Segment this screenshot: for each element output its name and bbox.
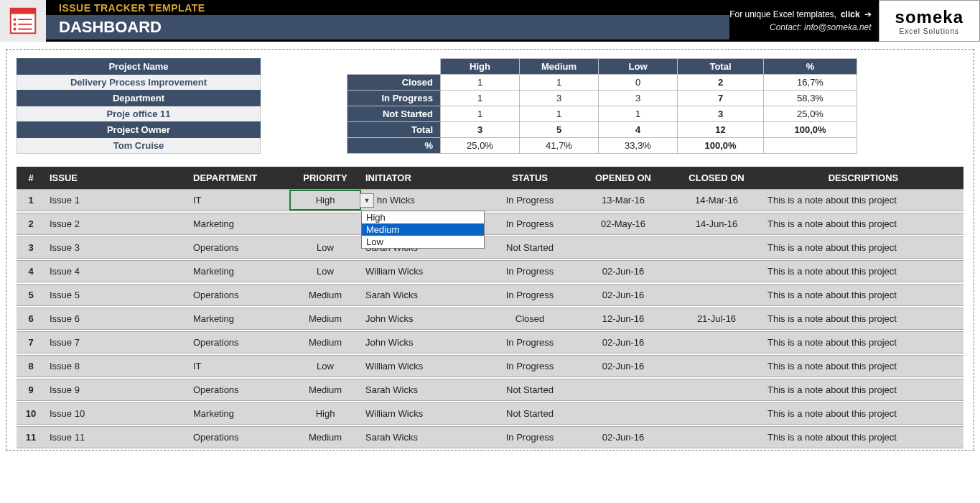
cell-dept[interactable]: Marketing: [189, 403, 289, 424]
cell-initiator[interactable]: Sarah Wicks: [361, 379, 483, 400]
cell-issue[interactable]: Issue 9: [45, 379, 189, 400]
cell-dept[interactable]: Operations: [189, 427, 289, 448]
cell-issue[interactable]: Issue 7: [45, 332, 189, 353]
cell-dept[interactable]: IT: [189, 190, 289, 211]
cell-closed[interactable]: [670, 427, 763, 448]
cell-initiator[interactable]: John Wicks: [361, 308, 483, 329]
cell-priority[interactable]: Low: [289, 237, 361, 258]
cell-desc[interactable]: This is a note about this project: [763, 190, 963, 211]
brand-logo[interactable]: someka Excel Solutions: [879, 0, 980, 42]
cell-initiator[interactable]: Sarah Wicks: [361, 427, 483, 448]
cell-status[interactable]: In Progress: [483, 356, 577, 377]
dropdown-option[interactable]: Low: [362, 236, 484, 248]
cell-dept[interactable]: Operations: [189, 285, 289, 305]
issue-row[interactable]: 4Issue 4MarketingLowWilliam WicksIn Prog…: [17, 260, 963, 282]
cell-status[interactable]: In Progress: [483, 213, 577, 234]
cell-closed[interactable]: 21-Jul-16: [670, 308, 763, 329]
cell-desc[interactable]: This is a note about this project: [763, 308, 963, 329]
cell-desc[interactable]: This is a note about this project: [763, 237, 963, 258]
cell-closed[interactable]: 14-Jun-16: [670, 213, 763, 234]
cell-opened[interactable]: 02-Jun-16: [577, 427, 670, 448]
issue-row[interactable]: 2Issue 2Marketingilliam WicksIn Progress…: [17, 213, 963, 235]
cell-priority[interactable]: Medium: [289, 427, 361, 448]
issue-row[interactable]: 10Issue 10MarketingHighWilliam WicksNot …: [17, 402, 963, 425]
cell-initiator[interactable]: William Wicks: [361, 261, 483, 282]
cell-priority[interactable]: Low: [289, 356, 361, 377]
cell-initiator[interactable]: hn Wicks: [361, 190, 483, 211]
cell-closed[interactable]: [670, 356, 763, 377]
cell-num[interactable]: 1: [17, 190, 45, 211]
cell-initiator[interactable]: William Wicks: [361, 403, 483, 424]
cell-issue[interactable]: Issue 4: [45, 261, 189, 282]
cell-priority[interactable]: Medium: [289, 285, 361, 305]
cell-issue[interactable]: Issue 8: [45, 356, 189, 377]
issue-row[interactable]: 11Issue 11OperationsMediumSarah WicksIn …: [17, 426, 963, 448]
issue-row[interactable]: 8Issue 8ITLowWilliam WicksIn Progress02-…: [17, 355, 963, 377]
cell-desc[interactable]: This is a note about this project: [763, 379, 963, 400]
cell-status[interactable]: In Progress: [483, 285, 577, 305]
cell-priority[interactable]: High▼HighMediumLow: [289, 190, 361, 211]
cell-closed[interactable]: [670, 403, 763, 424]
cell-dept[interactable]: IT: [189, 356, 289, 377]
cell-status[interactable]: In Progress: [483, 427, 577, 448]
cell-issue[interactable]: Issue 11: [45, 427, 189, 448]
cell-issue[interactable]: Issue 5: [45, 285, 189, 305]
cell-num[interactable]: 8: [17, 356, 45, 377]
cell-issue[interactable]: Issue 2: [45, 213, 189, 234]
cell-closed[interactable]: [670, 261, 763, 282]
dropdown-button[interactable]: ▼: [360, 193, 374, 208]
cell-opened[interactable]: [577, 403, 670, 424]
cell-status[interactable]: In Progress: [483, 332, 577, 353]
cell-desc[interactable]: This is a note about this project: [763, 213, 963, 234]
cell-closed[interactable]: [670, 285, 763, 305]
cell-opened[interactable]: 13-Mar-16: [577, 190, 670, 211]
cell-status[interactable]: Closed: [483, 308, 577, 329]
cell-opened[interactable]: 02-Jun-16: [577, 332, 670, 353]
cell-opened[interactable]: 02-Jun-16: [577, 261, 670, 282]
cell-opened[interactable]: [577, 379, 670, 400]
cell-num[interactable]: 11: [17, 427, 45, 448]
cell-desc[interactable]: This is a note about this project: [763, 427, 963, 448]
cell-num[interactable]: 10: [17, 403, 45, 424]
cell-opened[interactable]: 12-Jun-16: [577, 308, 670, 329]
issue-row[interactable]: 6Issue 6MarketingMediumJohn WicksClosed1…: [17, 308, 963, 330]
cell-initiator[interactable]: Sarah Wicks: [361, 285, 483, 305]
cell-status[interactable]: In Progress: [483, 261, 577, 282]
owner-value[interactable]: Tom Cruise: [17, 138, 261, 154]
cell-desc[interactable]: This is a note about this project: [763, 261, 963, 282]
cta-link[interactable]: For unique Excel templates, click ➔: [729, 9, 871, 19]
issue-row[interactable]: 5Issue 5OperationsMediumSarah WicksIn Pr…: [17, 284, 963, 306]
cell-issue[interactable]: Issue 3: [45, 237, 189, 258]
cell-status[interactable]: Not Started: [483, 379, 577, 400]
cell-dept[interactable]: Operations: [189, 379, 289, 400]
dropdown-option[interactable]: Medium: [362, 223, 484, 236]
cell-issue[interactable]: Issue 1: [45, 190, 189, 211]
cell-num[interactable]: 7: [17, 332, 45, 353]
cell-dept[interactable]: Operations: [189, 237, 289, 258]
project-name-value[interactable]: Delivery Process Improvement: [17, 75, 261, 90]
cell-issue[interactable]: Issue 6: [45, 308, 189, 329]
cell-priority[interactable]: Low: [289, 261, 361, 282]
cell-desc[interactable]: This is a note about this project: [763, 332, 963, 353]
department-value[interactable]: Proje office 11: [17, 106, 261, 121]
cell-priority[interactable]: [289, 213, 361, 234]
issue-row[interactable]: 7Issue 7OperationsMediumJohn WicksIn Pro…: [17, 331, 963, 354]
issue-row[interactable]: 9Issue 9OperationsMediumSarah WicksNot S…: [17, 379, 963, 401]
cell-desc[interactable]: This is a note about this project: [763, 403, 963, 424]
cell-desc[interactable]: This is a note about this project: [763, 356, 963, 377]
cell-num[interactable]: 5: [17, 285, 45, 305]
cell-opened[interactable]: 02-Jun-16: [577, 285, 670, 305]
cell-closed[interactable]: [670, 379, 763, 400]
issue-row[interactable]: 1Issue 1ITHigh▼HighMediumLowhn WicksIn P…: [17, 189, 963, 211]
cell-dept[interactable]: Operations: [189, 332, 289, 353]
cell-closed[interactable]: 14-Mar-16: [670, 190, 763, 211]
cell-dept[interactable]: Marketing: [189, 213, 289, 234]
dropdown-option[interactable]: High: [362, 211, 484, 223]
cell-status[interactable]: Not Started: [483, 403, 577, 424]
cell-initiator[interactable]: William Wicks: [361, 356, 483, 377]
cell-priority[interactable]: Medium: [289, 379, 361, 400]
cell-dept[interactable]: Marketing: [189, 308, 289, 329]
issue-row[interactable]: 3Issue 3OperationsLowSarah WicksNot Star…: [17, 236, 963, 259]
cell-num[interactable]: 9: [17, 379, 45, 400]
cell-status[interactable]: In Progress: [483, 190, 577, 211]
